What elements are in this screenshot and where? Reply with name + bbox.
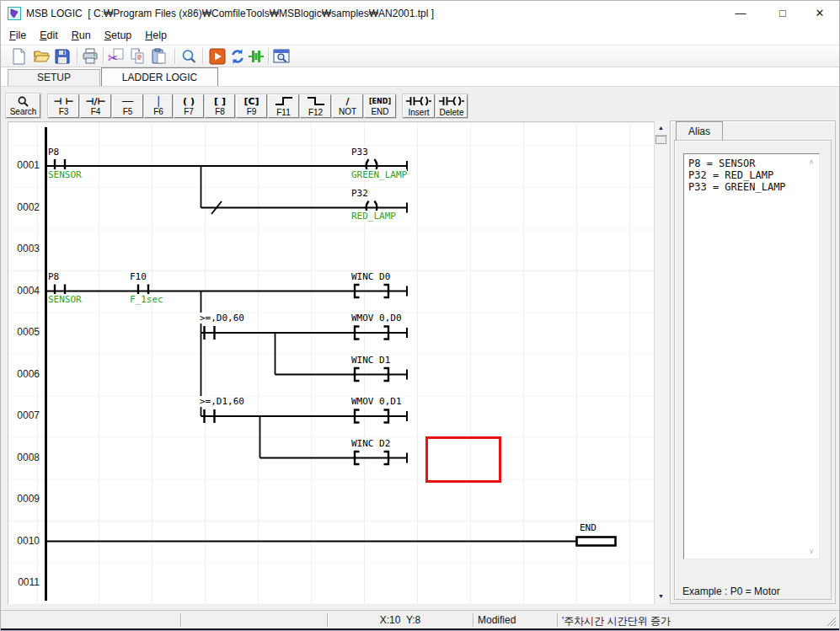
copy-icon[interactable] bbox=[128, 47, 147, 66]
menu-edit[interactable]: Edit bbox=[38, 28, 60, 43]
maximize-button[interactable]: □ bbox=[764, 1, 801, 26]
msb-logic-window: MSB LOGIC [ C:₩Program Files (x86)₩Comfi… bbox=[0, 0, 840, 631]
end-instruction-box bbox=[577, 537, 616, 546]
menu-run[interactable]: Run bbox=[70, 28, 93, 43]
rung-number: 0003 bbox=[11, 243, 40, 256]
ladder-symbols-icon[interactable] bbox=[247, 47, 265, 66]
rung-number: 0007 bbox=[11, 409, 40, 423]
new-file-icon[interactable] bbox=[9, 47, 28, 66]
vline-button-f6[interactable]: │ F6 bbox=[144, 94, 173, 118]
rung-number: 0005 bbox=[11, 326, 40, 340]
vline-symbol: │ bbox=[145, 95, 172, 107]
resize-grip[interactable] bbox=[826, 616, 837, 628]
menu-help[interactable]: Help bbox=[143, 28, 169, 43]
contact-closed-symbol: ⊣/⊢ bbox=[81, 95, 110, 107]
alias-group-box: P8 = SENSOR P32 = RED_LAMP P33 = GREEN_L… bbox=[674, 140, 832, 600]
list-scroll-up-icon[interactable]: ∧ bbox=[806, 158, 816, 166]
coil-symbol: ( ) bbox=[174, 95, 203, 107]
selection-cursor bbox=[425, 436, 501, 483]
list-scroll-down-icon[interactable]: ∨ bbox=[806, 547, 816, 555]
coil-button-f7[interactable]: ( ) F7 bbox=[174, 94, 204, 118]
open-file-icon[interactable] bbox=[32, 47, 51, 66]
compare-contact-label: >=,D0,60 bbox=[200, 313, 244, 324]
print-icon[interactable] bbox=[81, 47, 99, 66]
vertical-scrollbar[interactable]: ▲ ▼ bbox=[654, 121, 667, 604]
ladder-diagram[interactable] bbox=[43, 121, 654, 604]
title-bar: MSB LOGIC [ C:₩Program Files (x86)₩Comfi… bbox=[1, 1, 840, 26]
msb-logic-app-icon bbox=[8, 7, 21, 20]
rung-number: 0009 bbox=[11, 493, 40, 506]
function-block-label: WMOV 0,D0 bbox=[351, 313, 402, 324]
contact-address: P8 bbox=[48, 147, 59, 158]
cut-icon[interactable]: ✂ bbox=[107, 47, 126, 66]
search-button[interactable]: Search bbox=[6, 94, 40, 118]
function-block-label: WINC D0 bbox=[351, 271, 390, 282]
function-block-label: WINC D1 bbox=[351, 355, 390, 366]
toolbar-separator bbox=[202, 48, 204, 64]
not-symbol: / bbox=[333, 95, 362, 107]
rung-number: 0001 bbox=[11, 159, 40, 173]
rung-number: 0011 bbox=[11, 576, 40, 590]
scroll-down-icon[interactable]: ▼ bbox=[655, 590, 667, 603]
scrollbar-thumb[interactable] bbox=[655, 136, 666, 144]
end-symbol: [END] bbox=[365, 95, 395, 107]
rung-number: 0010 bbox=[11, 535, 40, 548]
contact-open-button-f3[interactable]: ⊣ ⊢ F3 bbox=[48, 94, 79, 118]
tab-alias[interactable]: Alias bbox=[676, 121, 723, 141]
hline-button-f5[interactable]: ── F5 bbox=[112, 94, 143, 118]
end-button[interactable]: [END] END bbox=[364, 94, 396, 118]
status-bar: X:10 Y:8 Modified '주차시간 시간단위 증가 bbox=[1, 610, 840, 628]
coil-address: P32 bbox=[351, 188, 368, 199]
falling-edge-button-f12[interactable]: F12 bbox=[300, 94, 331, 118]
menu-file[interactable]: File bbox=[8, 28, 28, 43]
minimize-button[interactable]: — bbox=[722, 1, 759, 26]
contact-address: P8 bbox=[48, 271, 59, 282]
insert-button[interactable]: Insert bbox=[403, 94, 435, 118]
paste-icon[interactable] bbox=[150, 47, 169, 66]
falling-edge-icon bbox=[301, 96, 330, 108]
toolbar-separator bbox=[103, 48, 104, 64]
svg-text:✂: ✂ bbox=[108, 51, 119, 65]
toolbar-separator bbox=[77, 48, 78, 64]
save-file-icon[interactable] bbox=[53, 47, 72, 66]
contact-address: F10 bbox=[130, 271, 147, 282]
counter-button-f9[interactable]: [C] F9 bbox=[236, 94, 267, 118]
close-button[interactable]: ✕ bbox=[801, 1, 838, 26]
counter-symbol: [C] bbox=[237, 95, 266, 107]
alias-listbox[interactable]: P8 = SENSOR P32 = RED_LAMP P33 = GREEN_L… bbox=[683, 153, 820, 559]
refresh-icon[interactable] bbox=[228, 47, 247, 66]
delete-icon bbox=[436, 96, 467, 108]
tab-setup[interactable]: SETUP bbox=[8, 69, 100, 87]
rising-edge-button-f11[interactable]: F11 bbox=[268, 94, 299, 118]
tab-row: SETUP LADDER LOGIC bbox=[1, 67, 840, 86]
hline-symbol: ── bbox=[113, 95, 142, 107]
insert-icon bbox=[404, 96, 434, 108]
alias-entry[interactable]: P8 = SENSOR bbox=[684, 158, 819, 169]
menu-setup[interactable]: Setup bbox=[103, 28, 134, 43]
coil-alias: GREEN_LAMP bbox=[351, 169, 407, 180]
scroll-up-icon[interactable]: ▲ bbox=[655, 121, 667, 136]
alias-example-text: Example : P0 = Motor bbox=[682, 586, 780, 597]
tab-ladder-logic[interactable]: LADDER LOGIC bbox=[101, 67, 218, 87]
find-icon[interactable] bbox=[179, 47, 198, 66]
rung-number: 0004 bbox=[11, 285, 40, 298]
function-symbol: [ ] bbox=[206, 95, 234, 107]
status-divider bbox=[327, 613, 329, 627]
status-divider bbox=[557, 613, 559, 627]
run-download-icon[interactable] bbox=[208, 47, 227, 66]
status-divider bbox=[473, 613, 474, 627]
contact-closed-button-f4[interactable]: ⊣/⊢ F4 bbox=[80, 94, 111, 118]
status-divider bbox=[180, 613, 182, 627]
monitor-search-icon[interactable] bbox=[272, 47, 291, 66]
alias-entry[interactable]: P32 = RED_LAMP bbox=[684, 169, 819, 181]
alias-entry[interactable]: P33 = GREEN_LAMP bbox=[684, 181, 819, 193]
contact-alias: SENSOR bbox=[48, 169, 82, 180]
delete-button[interactable]: Delete bbox=[436, 94, 468, 118]
not-button[interactable]: / NOT bbox=[332, 94, 363, 118]
modified-status: Modified bbox=[478, 614, 516, 626]
cursor-position: X:10 Y:8 bbox=[329, 614, 471, 626]
rung-number: 0006 bbox=[11, 368, 40, 382]
function-block-label: WINC D2 bbox=[351, 438, 390, 449]
function-button-f8[interactable]: [ ] F8 bbox=[205, 94, 235, 118]
toolbar-separator bbox=[174, 48, 176, 64]
